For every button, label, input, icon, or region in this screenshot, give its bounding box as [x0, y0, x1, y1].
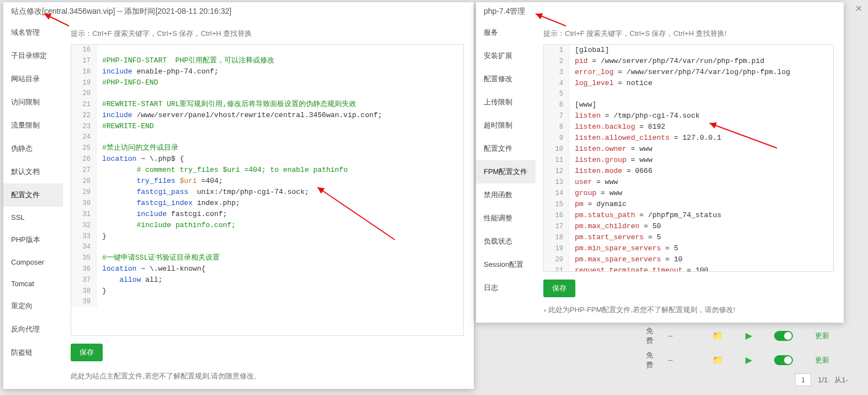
save-button[interactable]: 保存: [71, 344, 103, 361]
sidebar-item[interactable]: Tomcat: [3, 273, 63, 294]
sidebar-item[interactable]: 配置文件: [3, 183, 63, 207]
plugin-row: 免费--📁▶更新: [602, 324, 867, 348]
sidebar-item[interactable]: 性能调整: [476, 207, 536, 230]
sidebar-item[interactable]: 访问限制: [3, 91, 63, 114]
sidebar-item[interactable]: 配置文件: [476, 137, 536, 160]
sidebar-item[interactable]: SSL: [3, 207, 63, 228]
sidebar-item[interactable]: Composer: [3, 251, 63, 273]
toggle-switch[interactable]: [774, 331, 793, 341]
sidebar-item[interactable]: 日志: [476, 276, 536, 299]
background-plugin-rows: 免费--📁▶更新免费--📁▶更新: [602, 324, 867, 372]
price-label: 免费: [602, 350, 646, 370]
dash-label: --: [668, 331, 690, 340]
sidebar-item[interactable]: 上传限制: [476, 91, 536, 114]
sidebar-item[interactable]: 禁用函数: [476, 183, 536, 207]
pager-total: 1/1: [818, 376, 828, 384]
sidebar-item[interactable]: 域名管理: [3, 21, 63, 44]
save-button[interactable]: 保存: [543, 280, 575, 297]
editor-hint: 提示：Ctrl+F 搜索关键字，Ctrl+S 保存，Ctrl+H 查找替换: [71, 29, 464, 39]
sidebar-item[interactable]: PHP版本: [3, 228, 63, 251]
sidebar-item[interactable]: Session配置: [476, 253, 536, 276]
sidebar-item[interactable]: 流量限制: [3, 114, 63, 137]
config-footnote: 此处为PHP-FPM配置文件,若您不了解配置规则，请勿修改!: [543, 305, 834, 315]
update-link[interactable]: 更新: [815, 331, 829, 341]
sidebar-item[interactable]: 网站目录: [3, 67, 63, 91]
toggle-switch[interactable]: [774, 355, 793, 365]
sidebar-item[interactable]: 防盗链: [3, 341, 63, 364]
dash-label: --: [668, 356, 690, 364]
site-dialog-title: 站点修改[central.3456wan.vip] -- 添加时间[2021-0…: [3, 2, 474, 21]
sidebar-item[interactable]: 伪静态: [3, 137, 63, 160]
site-edit-dialog: 站点修改[central.3456wan.vip] -- 添加时间[2021-0…: [3, 2, 474, 389]
sidebar-item[interactable]: FPM配置文件: [476, 160, 536, 183]
sidebar-item[interactable]: 子目录绑定: [3, 44, 63, 67]
sidebar-item[interactable]: 安装扩展: [476, 44, 536, 67]
folder-icon[interactable]: 📁: [712, 330, 723, 341]
config-footnote: 此处为站点主配置文件,若您不了解配置规则,请勿随意修改。: [71, 371, 464, 381]
update-link[interactable]: 更新: [815, 355, 829, 365]
sidebar-item[interactable]: 负载状态: [476, 230, 536, 253]
sidebar-item[interactable]: 重定向: [3, 294, 63, 318]
sidebar-item[interactable]: 默认文档: [3, 160, 63, 183]
price-label: 免费: [602, 326, 646, 346]
close-icon[interactable]: ×: [853, 2, 865, 14]
sidebar-item[interactable]: 服务: [476, 21, 536, 44]
pager-current[interactable]: 1: [795, 373, 811, 386]
editor-hint: 提示：Ctrl+F 搜索关键字，Ctrl+S 保存，Ctrl+H 查找替换!: [543, 29, 834, 39]
folder-icon[interactable]: 📁: [712, 355, 723, 365]
site-dialog-sidebar: 域名管理子目录绑定网站目录访问限制流量限制伪静态默认文档配置文件SSLPHP版本…: [3, 21, 63, 389]
play-icon[interactable]: ▶: [745, 355, 752, 365]
fpm-config-editor[interactable]: 1[global]2pid = /www/server/php/74/var/r…: [543, 44, 834, 272]
sidebar-item[interactable]: 反向代理: [3, 318, 63, 341]
background-pager: 1 1/1 从1-: [795, 373, 848, 386]
nginx-config-editor[interactable]: 1617#PHP-INFO-START PHP引用配置，可以注释或修改18inc…: [71, 44, 464, 336]
play-icon[interactable]: ▶: [745, 330, 752, 341]
plugin-row: 免费--📁▶更新: [602, 348, 867, 372]
sidebar-item[interactable]: 超时限制: [476, 114, 536, 137]
php-manage-dialog: php-7.4管理 服务安装扩展配置修改上传限制超时限制配置文件FPM配置文件禁…: [476, 2, 844, 323]
php-dialog-sidebar: 服务安装扩展配置修改上传限制超时限制配置文件FPM配置文件禁用函数性能调整负载状…: [476, 21, 536, 323]
sidebar-item[interactable]: 配置修改: [476, 67, 536, 91]
php-dialog-title: php-7.4管理: [476, 2, 844, 21]
pager-range: 从1-: [834, 375, 848, 385]
